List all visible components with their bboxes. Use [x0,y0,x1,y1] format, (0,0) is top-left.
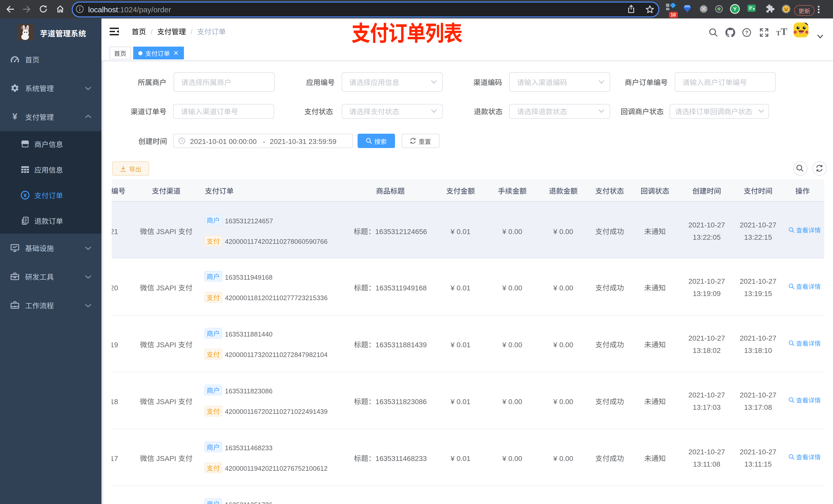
svg-text:¥: ¥ [24,192,27,198]
svg-text:?: ? [745,30,748,35]
svg-text:⌘: ⌘ [701,6,706,12]
svg-text:Y: Y [733,6,737,12]
